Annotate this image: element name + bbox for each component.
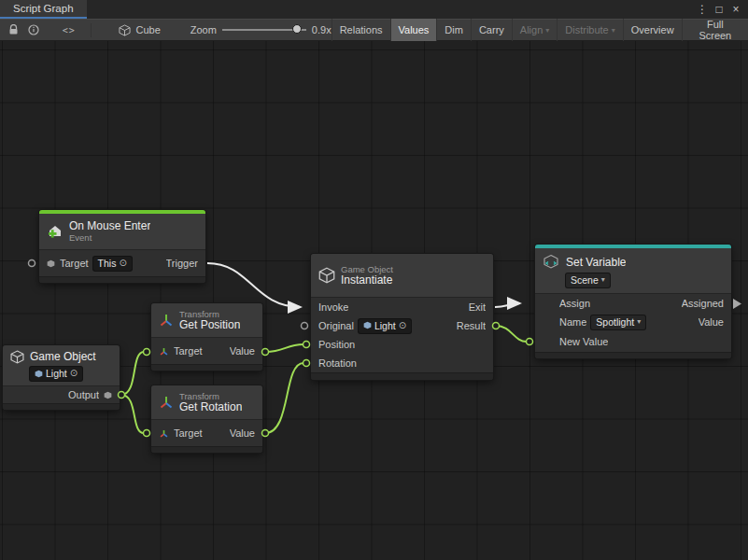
transform-icon — [159, 313, 174, 328]
node-on-mouse-enter[interactable]: On Mouse Enter Event Target This ⊙ Trigg… — [39, 210, 205, 283]
carry-button[interactable]: Carry — [471, 19, 512, 41]
toolbar-separator — [91, 23, 92, 37]
graph-canvas[interactable]: On Mouse Enter Event Target This ⊙ Trigg… — [0, 41, 748, 560]
align-dropdown[interactable]: Align ▾ — [512, 19, 557, 41]
game-object-icon — [318, 267, 335, 284]
info-icon[interactable] — [24, 20, 45, 40]
object-picker-icon[interactable]: ⊙ — [119, 259, 126, 268]
port-label-output: Output — [68, 389, 99, 400]
game-object-type-icon — [47, 259, 55, 268]
node-title: Instantiate — [341, 274, 393, 287]
transform-type-icon — [159, 346, 169, 357]
connection-position-value[interactable] — [265, 344, 303, 352]
port-instantiate-rotation[interactable] — [303, 360, 310, 367]
original-object-chip[interactable]: Light ⊙ — [359, 319, 411, 333]
port-label-value: Value — [230, 345, 255, 357]
connection-output-to-getposition-target[interactable] — [121, 352, 144, 395]
chevron-down-icon: ▾ — [545, 26, 549, 35]
graph-toolbar: <> Cube Zoom 0.9x Relations Values Dim C… — [0, 19, 748, 41]
distribute-dropdown[interactable]: Distribute ▾ — [557, 19, 622, 41]
game-object-type-icon — [104, 391, 112, 399]
port-onmouseenter-target[interactable] — [29, 260, 35, 267]
node-footer — [151, 364, 262, 371]
zoom-slider-handle[interactable] — [292, 24, 302, 34]
node-get-position[interactable]: Transform Get Position Target Value — [151, 303, 262, 371]
tab-script-graph[interactable]: Script Graph — [0, 0, 87, 19]
zoom-label: Zoom — [191, 24, 217, 35]
node-category: Transform — [179, 309, 240, 319]
chevron-down-icon: ▾ — [612, 26, 615, 35]
port-setvariable-assigned-arrow[interactable] — [733, 299, 741, 309]
graph-target-selector[interactable]: Cube — [119, 24, 160, 36]
node-footer — [39, 276, 205, 283]
close-icon[interactable]: × — [728, 1, 743, 18]
align-label: Align — [520, 24, 543, 35]
port-label-value: Value — [699, 316, 724, 328]
port-label-value: Value — [230, 427, 255, 439]
graph-target-label: Cube — [135, 24, 160, 35]
values-button[interactable]: Values — [390, 19, 437, 41]
port-instantiate-original[interactable] — [302, 323, 308, 329]
port-label-original: Original — [318, 320, 354, 331]
chevron-down-icon: ▾ — [637, 316, 641, 328]
chip-value: This — [98, 258, 117, 269]
node-get-rotation[interactable]: Transform Get Rotation Target Value — [151, 385, 262, 453]
node-header: Transform Get Rotation — [151, 385, 262, 419]
connection-trigger-to-invoke[interactable] — [207, 263, 301, 307]
node-set-variable[interactable]: Set Variable Scene ▾ Assign Assigned Nam… — [535, 245, 731, 358]
chip-value: Light — [374, 320, 396, 331]
connection-output-to-getrotation-target[interactable] — [121, 395, 144, 433]
game-object-ref-icon — [363, 321, 372, 329]
fullscreen-button[interactable]: Full Screen — [682, 19, 748, 41]
variable-name-dropdown[interactable]: Spotlight ▾ — [591, 315, 645, 329]
port-label-target: Target — [174, 345, 203, 357]
port-label-assigned: Assigned — [682, 298, 724, 309]
connection-result-to-new-value[interactable] — [496, 326, 527, 342]
zoom-value: 0.9x — [312, 24, 332, 35]
port-getposition-target[interactable] — [144, 349, 150, 356]
overview-button[interactable]: Overview — [623, 19, 682, 41]
port-label-invoke: Invoke — [318, 301, 348, 313]
node-category: Game Object — [341, 264, 393, 274]
dim-button[interactable]: Dim — [436, 19, 471, 41]
port-label-result: Result — [457, 320, 486, 331]
node-title: On Mouse Enter — [69, 220, 150, 232]
node-header: Game Object Light ⊙ — [3, 345, 120, 385]
port-label-new-value: New Value — [559, 336, 608, 347]
port-getrotation-target[interactable] — [144, 430, 150, 437]
node-instantiate[interactable]: Game Object Instantiate Invoke Exit Orig… — [311, 254, 493, 380]
target-object-chip[interactable]: This ⊙ — [93, 257, 132, 271]
connection-exit-to-assign[interactable] — [495, 303, 520, 307]
zoom-slider[interactable] — [222, 21, 306, 39]
object-value-chip[interactable]: Light ⊙ — [30, 367, 82, 381]
maximize-icon[interactable]: □ — [712, 1, 727, 18]
port-label-rotation: Rotation — [318, 357, 357, 369]
tab-bar: Script Graph ⋮ □ × — [0, 0, 748, 19]
port-label-trigger: Trigger — [166, 258, 198, 269]
node-footer — [311, 372, 493, 380]
cube-icon — [10, 350, 24, 364]
node-game-object[interactable]: Game Object Light ⊙ Output — [3, 345, 120, 410]
node-title: Set Variable — [566, 257, 626, 269]
node-header: On Mouse Enter Event — [39, 214, 205, 249]
port-getrotation-value[interactable] — [262, 430, 269, 437]
variable-scope-dropdown[interactable]: Scene ▾ — [566, 273, 610, 287]
code-view-icon[interactable]: <> — [59, 20, 79, 40]
connection-rotation-value[interactable] — [265, 363, 303, 433]
set-variable-icon — [543, 254, 559, 271]
on-mouse-enter-icon — [47, 223, 64, 240]
object-picker-icon[interactable]: ⊙ — [399, 321, 406, 330]
port-getposition-value[interactable] — [262, 349, 269, 356]
more-menu-icon[interactable]: ⋮ — [695, 1, 710, 18]
node-category: Transform — [179, 391, 242, 401]
port-setvariable-new-value[interactable] — [527, 339, 533, 345]
port-label-target: Target — [174, 427, 203, 439]
port-instantiate-result[interactable] — [493, 323, 500, 329]
transform-icon — [159, 395, 174, 410]
port-instantiate-position[interactable] — [303, 342, 310, 348]
relations-button[interactable]: Relations — [332, 19, 390, 41]
lock-icon[interactable] — [4, 20, 24, 40]
node-header: Set Variable Scene ▾ — [535, 248, 731, 293]
object-picker-icon[interactable]: ⊙ — [70, 369, 78, 378]
script-graph-window: Script Graph ⋮ □ × <> Cube Zoom 0.9x Re — [0, 0, 748, 560]
